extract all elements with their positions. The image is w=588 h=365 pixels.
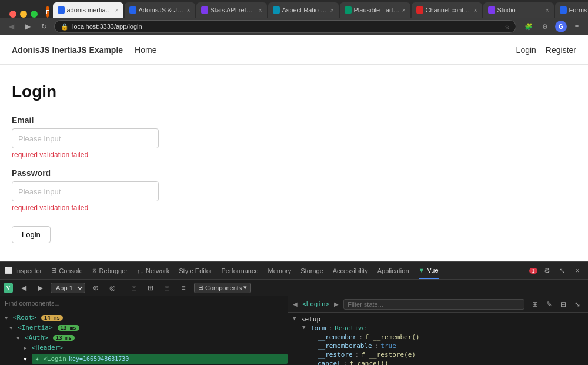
email-input[interactable] xyxy=(12,128,159,148)
performance-label: Performance xyxy=(222,267,259,274)
router-icon[interactable]: ⊞ xyxy=(145,282,156,294)
devtools-tab-performance[interactable]: Performance xyxy=(222,262,259,279)
app-selector[interactable]: App 1 xyxy=(51,283,85,293)
navbar-right: Login Register xyxy=(516,45,576,55)
forward-nav-icon[interactable]: ▶ xyxy=(34,282,46,294)
extensions-icon[interactable]: 🧩 xyxy=(522,20,535,33)
tree-item-header[interactable]: ▶ <Header> xyxy=(0,343,288,353)
devtools-tab-debugger[interactable]: ⧖ Debugger xyxy=(92,262,128,279)
devtools-vue-toolbar: V ◀ ▶ App 1 ⊕ ◎ ⊡ ⊞ ⊟ ≡ ⊞ Components ▾ xyxy=(0,280,588,296)
tab-forms[interactable]: Forms - Inertia.js... × xyxy=(555,2,589,18)
tab-adonis2[interactable]: AdonisJS & Java... × xyxy=(125,2,195,18)
devtools-tab-style[interactable]: Style Editor xyxy=(179,262,212,279)
tab-close-icon[interactable]: × xyxy=(187,7,191,14)
browser-tabs: F adonis-inertia-ex... × AdonisJS & Java… xyxy=(0,0,588,18)
state-icon[interactable]: ⊟ xyxy=(161,282,173,294)
tab-close-icon[interactable]: × xyxy=(546,7,549,14)
tree-item-login[interactable]: ▼ ✦ <Login key=1665948631730 xyxy=(0,353,288,365)
navbar-register-link[interactable]: Register xyxy=(546,45,576,55)
login-tag: ✦ <Login xyxy=(35,355,66,363)
chevron-down-icon: ▾ xyxy=(243,284,247,291)
tab-yt[interactable]: Channel content... × xyxy=(412,2,482,18)
close-button[interactable] xyxy=(9,11,16,18)
devtools-tab-accessibility[interactable]: Accessibility xyxy=(333,262,368,279)
tree-tag: <Root> xyxy=(13,314,36,321)
scroll-to-component-icon[interactable]: ⊞ xyxy=(529,298,541,310)
back-nav-icon[interactable]: ◀ xyxy=(18,282,29,294)
tab-label: Plausible - adoc... xyxy=(354,6,400,14)
debugger-label: Debugger xyxy=(99,267,128,274)
open-in-editor-icon[interactable]: ⤡ xyxy=(572,298,583,310)
devtools-tab-memory[interactable]: Memory xyxy=(268,262,292,279)
tab-close-icon[interactable]: × xyxy=(474,7,477,14)
accessibility-label: Accessibility xyxy=(333,267,368,274)
password-form-group: Password required validation failed xyxy=(12,168,576,212)
copy-state-icon[interactable]: ⊟ xyxy=(557,298,569,310)
target-icon[interactable]: ◎ xyxy=(106,282,118,294)
tab-close-icon[interactable]: × xyxy=(402,7,406,14)
back-button[interactable]: ◀ xyxy=(5,20,18,33)
state-right-arrow: ▶ xyxy=(334,301,339,307)
devtools-tab-vue[interactable]: ▼ Vue xyxy=(419,262,439,279)
devtools-icon[interactable]: ⚙ xyxy=(539,20,552,33)
devtools-tab-console[interactable]: ⊞ Console xyxy=(51,262,82,279)
vue-label: Vue xyxy=(427,267,438,274)
components-button[interactable]: ⊞ Components ▾ xyxy=(194,283,251,293)
application-label: Application xyxy=(377,267,409,274)
inspector-icon: ⬜ xyxy=(5,267,13,274)
selected-tree-row: ✦ <Login key=1665948631730 xyxy=(32,354,288,364)
star-icon[interactable]: ☆ xyxy=(505,24,510,30)
password-label: Password xyxy=(12,168,576,178)
minimize-button[interactable] xyxy=(20,11,27,18)
tab-close-icon[interactable]: × xyxy=(330,7,334,14)
devtools-tab-application[interactable]: Application xyxy=(377,262,409,279)
password-input[interactable] xyxy=(12,181,159,201)
state-line-cancel: cancel : f cancel() xyxy=(293,359,583,365)
tab-plausible[interactable]: Plausible - adoc... × xyxy=(340,2,410,18)
navbar-login-link[interactable]: Login xyxy=(516,45,536,55)
tab-favicon xyxy=(58,6,65,14)
edit-state-icon[interactable]: ✎ xyxy=(543,298,555,310)
devtools-tab-network[interactable]: ↑↓ Network xyxy=(137,262,169,279)
menu-icon[interactable]: ≡ xyxy=(570,20,583,33)
error-badge: 1 xyxy=(529,268,537,274)
timeline-icon[interactable]: ≡ xyxy=(178,282,189,294)
tab-close-icon[interactable]: × xyxy=(259,7,262,14)
key-cancel: cancel xyxy=(318,360,341,365)
tree-badge-inertia: 13 ms xyxy=(58,325,79,331)
state-header: ◀ <Login> ▶ ⊞ ✎ ⊟ ⤡ xyxy=(288,296,588,313)
tree-item-auth[interactable]: ▼ <Auth> 13 ms xyxy=(0,333,288,343)
tree-item-root[interactable]: ▼ <Root> 14 ms xyxy=(0,313,288,323)
forward-button[interactable]: ▶ xyxy=(21,20,34,33)
tab-aspect[interactable]: Aspect Ratio - To... × xyxy=(268,2,339,18)
login-button[interactable]: Login xyxy=(12,226,51,243)
devtools-tab-storage[interactable]: Storage xyxy=(300,262,323,279)
expand-icon[interactable]: ▼ xyxy=(293,316,299,321)
state-search-input[interactable] xyxy=(343,299,524,310)
tree-item-inertia[interactable]: ▼ <Inertia> 13 ms xyxy=(0,323,288,333)
tab-adonis-active[interactable]: adonis-inertia-ex... × xyxy=(53,2,123,18)
val-cancel: f cancel() xyxy=(349,360,388,365)
tab-close-icon[interactable]: × xyxy=(115,7,119,14)
key-form: form xyxy=(310,324,326,332)
expand-icon[interactable]: ▼ xyxy=(302,324,308,330)
tree-search-input[interactable] xyxy=(5,300,283,307)
components-icon[interactable]: ⊡ xyxy=(128,282,140,294)
settings-icon[interactable]: ⚙ xyxy=(541,265,553,277)
tree-tag: <Inertia> xyxy=(18,324,53,331)
inspect-icon[interactable]: ⊕ xyxy=(90,282,102,294)
expand-icon[interactable]: ⤡ xyxy=(556,265,568,277)
browser-toolbar: ◀ ▶ ↻ 🔒 localhost:3333/app/login ☆ 🧩 ⚙ G… xyxy=(0,18,588,35)
url-bar[interactable]: 🔒 localhost:3333/app/login ☆ xyxy=(54,20,516,33)
tab-stats[interactable]: Stats API referen... × xyxy=(196,2,267,18)
page-title: Login xyxy=(12,82,576,101)
url-text: localhost:3333/app/login xyxy=(72,23,501,30)
tab-label: Aspect Ratio - To... xyxy=(282,6,328,14)
tab-studio[interactable]: Studio × xyxy=(483,2,554,18)
maximize-button[interactable] xyxy=(31,11,38,18)
close-devtools-icon[interactable]: × xyxy=(572,265,583,277)
devtools-tab-inspector[interactable]: ⬜ Inspector xyxy=(5,262,42,279)
profile-icon[interactable]: G xyxy=(555,21,567,32)
reload-button[interactable]: ↻ xyxy=(38,20,51,33)
navbar-home-link[interactable]: Home xyxy=(135,45,156,55)
